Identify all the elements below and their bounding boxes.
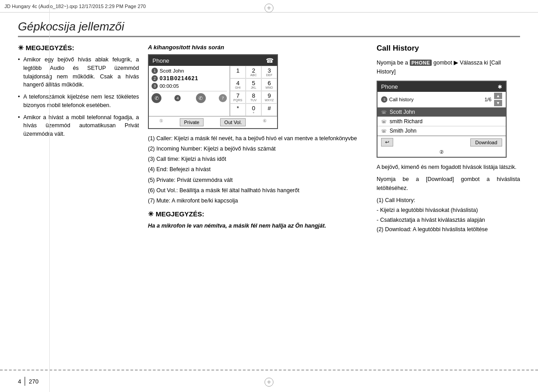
- page-number-section: 4 270: [18, 377, 39, 386]
- right-item-1: (1) Call History:: [377, 196, 520, 205]
- contact-name-3: Smith John: [390, 128, 417, 134]
- page-divider: [25, 377, 25, 386]
- circle-7: 7: [219, 94, 227, 102]
- right-desc-1: A bejövő, kimenő és nem fogadott hívások…: [377, 163, 520, 172]
- call-controls: ✆ 4 ✆ 7: [152, 91, 227, 103]
- note-box-2: ✳ MEGJEGYZÉS: Ha a mikrofon le van némít…: [148, 210, 368, 230]
- scroll-arrows: ▲ ▼: [494, 93, 502, 106]
- phone-footer: ⑤ Private Out Vol. ⑥: [149, 116, 277, 128]
- download-button[interactable]: Download: [470, 138, 502, 146]
- page-count: 1/6: [485, 97, 491, 102]
- desc-item-3: (3) Call time: Kijelzi a hívás időt: [148, 155, 368, 163]
- phone-icon-3: ☏: [381, 129, 387, 134]
- key-hash[interactable]: #: [261, 103, 277, 116]
- phone-screen-body: 1 Scott John 2 031B0214621 3 00:00:05 ✆ …: [149, 66, 277, 116]
- contact-name-1: Scott John: [390, 109, 415, 115]
- right-item-3: - Csatlakoztatja a hívást kiválasztás al…: [377, 216, 520, 224]
- phone-number: 031B0214621: [160, 75, 198, 82]
- note-title-left: ✳ MEGJEGYZÉS:: [18, 44, 139, 52]
- key-1[interactable]: 1: [230, 66, 246, 78]
- left-column: ✳ MEGJEGYZÉS: Amikor egy bejövő hívás ab…: [18, 37, 146, 370]
- note-item-1: Amikor egy bejövő hívás ablak felugrik, …: [18, 56, 139, 89]
- phone-icon-1: ☏: [381, 110, 387, 115]
- phone-screen-1: Phone ☎ 1 Scott John 2 031B0214621 3: [148, 54, 278, 129]
- note-item-3: Amikor a hívást a mobil telefonnal fogad…: [18, 113, 139, 138]
- phone-screen-header: Phone ☎: [149, 55, 277, 66]
- page-section-num: 4: [18, 378, 21, 385]
- file-info: JD Hungary 4c (Audio_182~).qxp 12/17/201…: [4, 4, 146, 9]
- phone-screen2-body: ① Call history 1/6 ▲ ▼ ☏ Scott John: [377, 92, 506, 157]
- number-row: 2 031B0214621: [152, 75, 227, 82]
- phone2-title: Phone: [381, 83, 398, 90]
- call-history-label-row: ① Call history 1/6 ▲ ▼: [377, 92, 506, 108]
- right-column: Call History Nyomja be a PHONE gombot ▶ …: [377, 37, 520, 370]
- description-list: (1) Caller: Kijelzi a másik fél nevét, h…: [148, 134, 368, 205]
- margin-line: [49, 0, 50, 392]
- right-item-2: - Kijelzi a legutóbbi hívásokat (hívásli…: [377, 206, 520, 215]
- contact-name-2: smith Richard: [390, 118, 422, 125]
- phone-icon-2: ☏: [381, 119, 387, 124]
- desc-item-5: (5) Private: Privát üzemmódra vált: [148, 176, 368, 184]
- circle-3: 3: [152, 83, 158, 89]
- key-5[interactable]: 5JKL: [246, 78, 261, 91]
- phone-left-panel: 1 Scott John 2 031B0214621 3 00:00:05 ✆ …: [149, 66, 230, 116]
- circle-num-1: ①: [381, 96, 387, 103]
- call-history-title: Call History: [377, 44, 520, 53]
- contact-row-1[interactable]: ☏ Scott John: [377, 108, 506, 117]
- note-item-2: A telefonszámok kijelzése nem lesz tökél…: [18, 93, 139, 110]
- desc-item-1: (1) Caller: Kijelzi a másik fél nevét, h…: [148, 134, 368, 142]
- keypad-panel: 1 2ABC 3DEF 4GHI 5JKL 6MNO 7PQRS 8TUV 9W…: [230, 66, 277, 116]
- call-history-label: Call history: [389, 97, 413, 102]
- desc-item-6: (6) Out Vol.: Beállítja a másik fél álta…: [148, 186, 368, 194]
- note-title-2: ✳ MEGJEGYZÉS:: [148, 210, 368, 218]
- out-vol-button[interactable]: Out Vol.: [220, 118, 246, 126]
- key-star[interactable]: *: [230, 103, 246, 116]
- right-desc-2: Nyomja be a [Download] gombot a híváslis…: [377, 175, 520, 193]
- key-4[interactable]: 4GHI: [230, 78, 246, 91]
- phone-screen-2: Phone ✱ ① Call history 1/6 ▲ ▼: [377, 81, 507, 158]
- content-area: ✳ MEGJEGYZÉS: Amikor egy bejövő hívás ab…: [18, 37, 520, 370]
- phone-tag: PHONE: [410, 60, 432, 66]
- key-8[interactable]: 8TUV: [246, 91, 261, 103]
- call-time: 00:00:05: [160, 83, 179, 89]
- right-numbered-list: (1) Call History: - Kijelzi a legutóbbi …: [377, 196, 520, 234]
- key-0[interactable]: 0+: [246, 103, 261, 116]
- page-num: 270: [29, 378, 39, 385]
- key-6[interactable]: 6MNO: [261, 78, 277, 91]
- private-button[interactable]: Private: [180, 118, 203, 126]
- key-7[interactable]: 7PQRS: [230, 91, 246, 103]
- bluetooth-icon: ✱: [498, 84, 502, 90]
- phone-title: Phone: [152, 57, 169, 64]
- contact-row-2[interactable]: ☏ smith Richard: [377, 117, 506, 126]
- right-item-4: (2) Download: A legutóbbi híváslista let…: [377, 225, 520, 234]
- answer-button[interactable]: ✆: [196, 93, 206, 103]
- phone-instruction: Nyomja be a PHONE gombot ▶ Válassza ki […: [377, 58, 520, 76]
- phone-screen2-footer: ↩ Download: [377, 136, 506, 148]
- time-row: 3 00:00:05: [152, 83, 227, 89]
- page-title: Gépkocsija jellemzői: [18, 20, 124, 34]
- bottom-crosshair: [265, 378, 273, 387]
- phone-icon: ☎: [266, 57, 273, 64]
- caller-name: Scott John: [160, 68, 184, 73]
- desc-item-4: (4) End: Befejezi a hívást: [148, 165, 368, 173]
- back-button[interactable]: ↩: [381, 138, 393, 146]
- circle-4: 4: [174, 95, 181, 101]
- key-2[interactable]: 2ABC: [246, 66, 261, 78]
- circle-1: 1: [152, 68, 158, 74]
- instruction-before: Nyomja be a: [377, 60, 408, 66]
- top-crosshair: +: [265, 4, 273, 13]
- note-list: Amikor egy bejövő hívás ablak felugrik, …: [18, 56, 139, 138]
- note2-text: Ha a mikrofon le van némítva, a másik fé…: [148, 222, 368, 230]
- key-9[interactable]: 9WXYZ: [261, 91, 277, 103]
- scroll-up-button[interactable]: ▲: [494, 93, 502, 99]
- section-heading: A kihangosított hívás során: [148, 44, 368, 51]
- desc-item-7: (7) Mute: A mikrofont be/ki kapcsolja: [148, 197, 368, 205]
- end-call-button[interactable]: ✆: [152, 93, 161, 103]
- page-footer: 4 270: [0, 370, 538, 392]
- scroll-down-button[interactable]: ▼: [494, 100, 502, 106]
- page-title-section: Gépkocsija jellemzői: [18, 13, 520, 37]
- desc-item-2: (2) Incoming Number: Kijelzi a bejövő hí…: [148, 145, 368, 153]
- circle-2-label: ②: [439, 149, 444, 155]
- key-3[interactable]: 3DEF: [261, 66, 277, 78]
- contact-row-3[interactable]: ☏ Smith John: [377, 126, 506, 136]
